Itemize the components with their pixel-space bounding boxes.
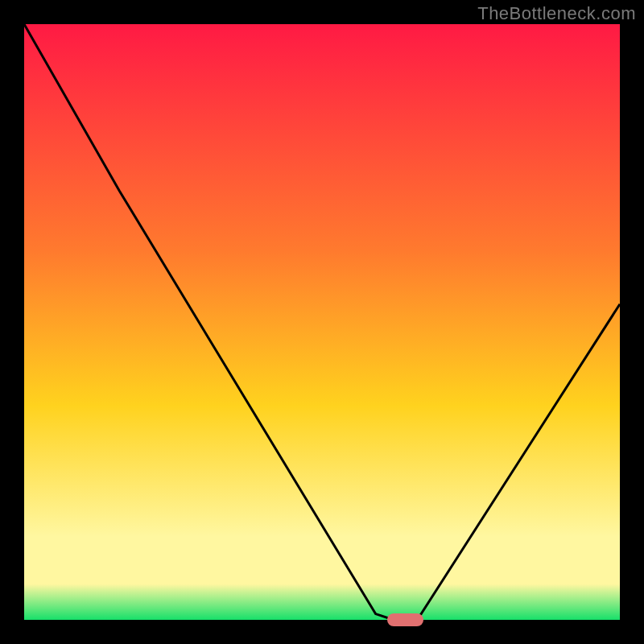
plot-area xyxy=(24,24,620,620)
gradient-background xyxy=(24,24,620,620)
plot-svg xyxy=(24,24,620,620)
chart-frame: TheBottleneck.com xyxy=(0,0,644,644)
optimal-marker xyxy=(387,613,423,626)
watermark-label: TheBottleneck.com xyxy=(477,3,636,24)
